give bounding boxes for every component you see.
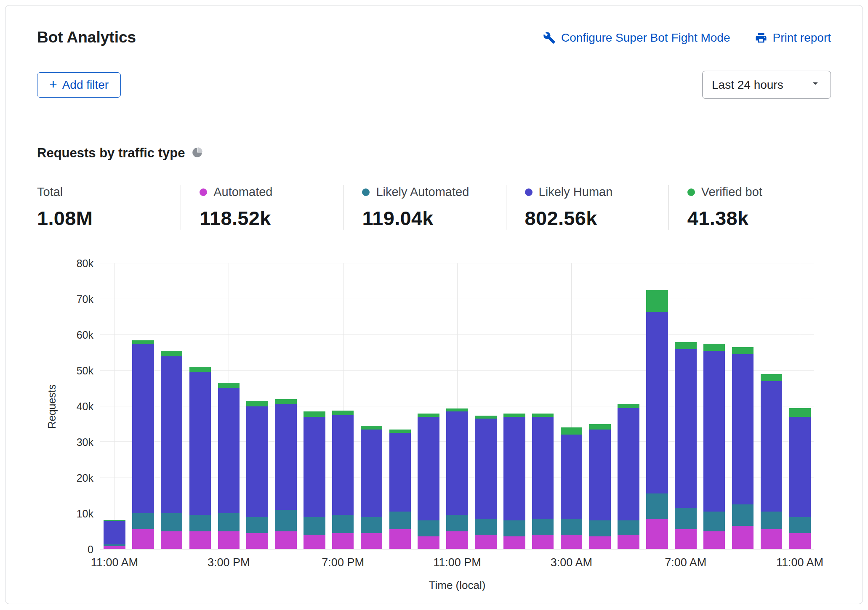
bar-segment-automated: [532, 535, 554, 549]
verified-bot-dot-icon: [687, 188, 695, 196]
bar-slot: [557, 263, 586, 549]
bar-segment-verified-bot: [132, 340, 154, 344]
bar-slot: [157, 263, 186, 549]
stat-likely-human[interactable]: Likely Human 802.56k: [506, 185, 668, 230]
stat-verified-bot-value: 41.38k: [687, 207, 831, 230]
bar-segment-likely-human: [189, 372, 211, 515]
stat-verified-bot-label: Verified bot: [701, 185, 762, 199]
add-filter-label: Add filter: [62, 78, 109, 92]
bar-segment-likely-automated: [703, 512, 725, 531]
stacked-bar[interactable]: [161, 263, 183, 549]
bar-segment-likely-automated: [389, 512, 411, 529]
bar-segment-likely-automated: [646, 493, 668, 518]
bar-segment-likely-automated: [732, 504, 754, 526]
stacked-bar[interactable]: [218, 263, 240, 549]
bar-segment-likely-human: [361, 430, 383, 517]
stacked-bar[interactable]: [132, 263, 154, 549]
bar-segment-verified-bot: [189, 367, 211, 372]
bar-segment-likely-automated: [418, 520, 439, 536]
stacked-bar[interactable]: [732, 263, 754, 549]
stat-likely-human-label: Likely Human: [539, 185, 613, 199]
bar-slot: [586, 263, 614, 549]
stacked-bar[interactable]: [418, 263, 439, 549]
bar-segment-likely-automated: [189, 515, 211, 531]
stacked-bar[interactable]: [361, 263, 383, 549]
stacked-bar[interactable]: [503, 263, 525, 549]
plus-icon: +: [49, 77, 57, 91]
bar-segment-likely-human: [618, 408, 639, 520]
bar-segment-likely-human: [561, 435, 583, 518]
bar-segment-likely-automated: [218, 513, 240, 531]
bar-segment-likely-human: [332, 415, 354, 515]
bar-slot: [214, 263, 243, 549]
y-tick-label: 60k: [77, 329, 93, 341]
bar-segment-verified-bot: [761, 374, 783, 381]
stacked-bar[interactable]: [703, 263, 725, 549]
time-range-select[interactable]: Last 24 hours: [702, 71, 831, 99]
stat-likely-automated-value: 119.04k: [362, 207, 506, 230]
bar-slot: [614, 263, 643, 549]
bar-segment-likely-human: [389, 433, 411, 512]
bar-slot: [186, 263, 215, 549]
bar-segment-likely-automated: [503, 520, 525, 536]
bar-slot: [243, 263, 272, 549]
bar-segment-likely-human: [475, 419, 497, 519]
bar-segment-likely-human: [503, 417, 525, 520]
bar-segment-likely-automated: [361, 517, 383, 533]
x-axis: 11:00 AM3:00 PM7:00 PM11:00 PM3:00 AM7:0…: [100, 556, 814, 573]
stacked-bar[interactable]: [189, 263, 211, 549]
stacked-bar[interactable]: [246, 263, 268, 549]
bar-slot: [100, 263, 129, 549]
bar-segment-verified-bot: [275, 399, 297, 405]
stacked-bar[interactable]: [104, 263, 125, 549]
stacked-bar[interactable]: [332, 263, 354, 549]
bar-slot: [757, 263, 785, 549]
bar-slot: [129, 263, 157, 549]
stacked-bar[interactable]: [618, 263, 639, 549]
stacked-bar[interactable]: [646, 263, 668, 549]
configure-super-bot-fight-mode-link[interactable]: Configure Super Bot Fight Mode: [543, 31, 730, 45]
stacked-bar[interactable]: [304, 263, 325, 549]
requests-section: Requests by traffic type Total 1.08M Aut…: [5, 121, 863, 592]
print-link-label: Print report: [773, 31, 831, 45]
add-filter-button[interactable]: + Add filter: [37, 72, 121, 98]
bar-segment-automated: [246, 533, 268, 549]
y-tick-label: 30k: [77, 436, 93, 448]
bar-segment-verified-bot: [161, 351, 183, 356]
stat-verified-bot[interactable]: Verified bot 41.38k: [668, 185, 831, 230]
stacked-bar[interactable]: [675, 263, 697, 549]
bar-segment-automated: [332, 533, 354, 549]
stacked-bar[interactable]: [275, 263, 297, 549]
bar-segment-verified-bot: [304, 411, 325, 417]
bar-segment-verified-bot: [446, 408, 468, 411]
bar-segment-automated: [475, 535, 497, 549]
bar-segment-likely-automated: [332, 515, 354, 533]
bar-segment-automated: [646, 519, 668, 549]
stacked-bar[interactable]: [761, 263, 783, 549]
stacked-bar[interactable]: [589, 263, 611, 549]
stacked-bar[interactable]: [789, 263, 811, 549]
bar-segment-likely-automated: [275, 510, 297, 531]
stacked-bar[interactable]: [446, 263, 468, 549]
stat-automated[interactable]: Automated 118.52k: [181, 185, 343, 230]
bar-segment-verified-bot: [532, 414, 554, 417]
x-tick-label: 11:00 PM: [433, 556, 481, 569]
bar-segment-likely-human: [703, 351, 725, 512]
stacked-bar[interactable]: [389, 263, 411, 549]
print-report-link[interactable]: Print report: [755, 31, 831, 45]
stacked-bar[interactable]: [532, 263, 554, 549]
bar-segment-automated: [446, 531, 468, 549]
bar-segment-automated: [561, 535, 583, 549]
stacked-bar[interactable]: [561, 263, 583, 549]
bar-series: [100, 263, 814, 549]
bar-segment-verified-bot: [332, 411, 354, 415]
bar-slot: [414, 263, 443, 549]
bar-segment-automated: [618, 535, 639, 549]
bar-segment-verified-bot: [732, 347, 754, 354]
stacked-bar[interactable]: [475, 263, 497, 549]
time-range-value: Last 24 hours: [712, 78, 783, 92]
stat-likely-automated[interactable]: Likely Automated 119.04k: [343, 185, 506, 230]
y-tick-label: 70k: [77, 293, 93, 305]
bar-slot: [357, 263, 386, 549]
wrench-icon: [543, 32, 556, 44]
